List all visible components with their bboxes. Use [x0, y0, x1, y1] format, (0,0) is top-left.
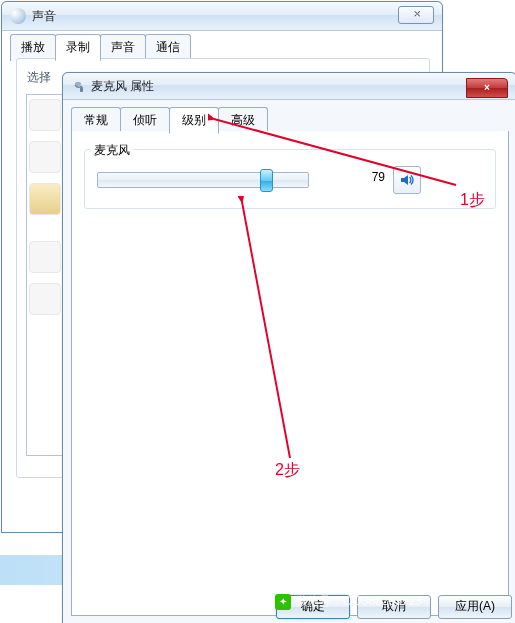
wechat-icon: ✦ — [275, 594, 291, 610]
sound-titlebar[interactable]: 声音 ⤬ — [2, 2, 442, 31]
annotation-step2-label: 2步 — [275, 460, 300, 481]
apply-button[interactable]: 应用(A) — [438, 595, 512, 619]
tab-comm[interactable]: 通信 — [145, 34, 191, 61]
watermark: ✦ 微信号：OO386263723 — [275, 593, 422, 610]
mic-titlebar[interactable]: 麦克风 属性 × — [63, 73, 515, 100]
mic-tabs: 常规 侦听 级别 高级 — [71, 107, 267, 134]
tab-levels[interactable]: 级别 — [169, 107, 219, 134]
device-icon — [29, 241, 61, 273]
tab-recording[interactable]: 录制 — [55, 34, 101, 61]
select-device-label: 选择 — [27, 69, 51, 86]
sound-tabs: 播放 录制 声音 通信 — [10, 34, 190, 61]
speaker-icon — [399, 172, 415, 188]
device-icon — [29, 183, 61, 215]
mic-level-value: 79 — [345, 170, 385, 184]
svg-rect-1 — [80, 87, 83, 92]
tab-listen[interactable]: 侦听 — [120, 107, 170, 134]
mic-close-button[interactable]: × — [466, 78, 508, 98]
annotation-step1-label: 1步 — [460, 190, 485, 211]
microphone-properties-window: 麦克风 属性 × 常规 侦听 级别 高级 麦克风 79 — [62, 72, 515, 623]
tab-advanced[interactable]: 高级 — [218, 107, 268, 134]
mic-level-slider-track[interactable] — [97, 172, 309, 188]
mic-title: 麦克风 属性 — [91, 78, 154, 95]
sound-close-button[interactable]: ⤬ — [398, 6, 434, 24]
tab-sounds[interactable]: 声音 — [100, 34, 146, 61]
device-icon — [29, 141, 61, 173]
sound-icon — [10, 8, 26, 24]
sound-title: 声音 — [32, 8, 56, 25]
mic-level-group: 麦克风 79 — [84, 149, 496, 209]
device-icon — [29, 283, 61, 315]
mic-group-label: 麦克风 — [91, 142, 133, 159]
tab-playback[interactable]: 播放 — [10, 34, 56, 61]
mute-toggle-button[interactable] — [393, 166, 421, 194]
device-icon — [29, 99, 61, 131]
tab-general[interactable]: 常规 — [71, 107, 121, 134]
mic-level-slider-thumb[interactable] — [260, 169, 273, 192]
watermark-text: 微信号：OO386263723 — [295, 593, 422, 610]
mic-tab-content: 麦克风 79 — [71, 131, 509, 616]
mic-titlebar-icon — [71, 79, 87, 95]
